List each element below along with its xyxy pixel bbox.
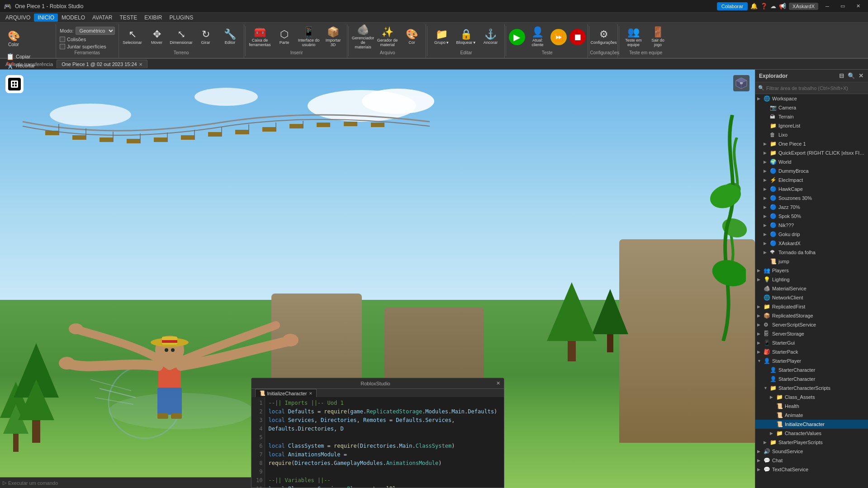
tree-item-chat[interactable]: ▶💬Chat — [755, 456, 868, 465]
cut-button[interactable]: ✂️ Recortar — [4, 62, 38, 70]
broadcast-icon[interactable]: 📢 — [779, 3, 786, 9]
tree-item-initchar[interactable]: 📜InitializeCharacter — [755, 420, 868, 429]
tree-item-replicatedfirst[interactable]: ▶📁ReplicatedFirst — [755, 302, 868, 311]
help-icon[interactable]: ❓ — [760, 3, 768, 9]
tree-arrow-startergui[interactable]: ▶ — [757, 341, 764, 345]
ui-button[interactable]: 📱 Interface do usuário — [297, 24, 321, 50]
tree-arrow-tornadofolha[interactable]: ▶ — [764, 250, 770, 255]
tree-arrow-starterplayer[interactable]: ▼ — [757, 359, 764, 363]
code-content[interactable]: --|| Imports ||-- Uod 1 local Defaults =… — [265, 397, 504, 488]
tree-arrow-chat[interactable]: ▶ — [757, 458, 764, 463]
tree-arrow-souzones30[interactable]: ▶ — [764, 196, 770, 200]
tree-arrow-hawkcape[interactable]: ▶ — [764, 187, 770, 191]
tree-arrow-quickexport[interactable]: ▶ — [764, 151, 770, 155]
leave-game-button[interactable]: 🚪 Sair do jogo — [646, 24, 670, 50]
tree-item-replicatedstorage[interactable]: ▶📦ReplicatedStorage — [755, 311, 868, 320]
notif-icon[interactable]: 🔔 — [750, 3, 758, 9]
play-button[interactable]: ▶ — [509, 29, 525, 45]
explorer-filter[interactable]: 🔍 — [755, 82, 868, 94]
toolbox-button[interactable]: 🧰 Caixa de ferramentas — [248, 24, 272, 50]
explorer-collapse-icon[interactable]: ⊟ — [838, 72, 845, 79]
tree-arrow-onepiece1[interactable]: ▶ — [764, 142, 770, 146]
roblox-logo[interactable] — [5, 75, 24, 93]
tree-item-dummybroca[interactable]: ▶🔵DummyBroca — [755, 166, 868, 175]
menu-avatar[interactable]: AVATAR — [89, 14, 116, 22]
restore-button[interactable]: ▭ — [836, 2, 849, 11]
material-gen-button[interactable]: ✨ Gerador de material — [376, 24, 399, 50]
tree-item-workspace[interactable]: ▶🌐Workspace — [755, 94, 868, 103]
tree-item-serverscriptservice[interactable]: ▶⚙ServerScriptService — [755, 320, 868, 329]
tree-item-lixo[interactable]: 🗑Lixo — [755, 130, 868, 139]
tree-item-animate[interactable]: 📜Animate — [755, 411, 868, 420]
tree-arrow-textchatservice[interactable]: ▶ — [757, 467, 764, 472]
editor-tab[interactable]: 📜 InitializeCharacter ✕ — [255, 389, 317, 397]
tree-item-startercharacter[interactable]: 👤StarterCharacter — [755, 365, 868, 374]
filter-input[interactable] — [766, 85, 865, 91]
collisions-checkbox[interactable] — [60, 37, 65, 42]
tree-arrow-players[interactable]: ▶ — [757, 268, 764, 273]
explorer-close-icon[interactable]: ✕ — [858, 72, 864, 79]
tree-item-jump[interactable]: 📜jump — [755, 257, 868, 266]
stop-button[interactable]: ⏹ — [569, 29, 586, 45]
tree-item-nik[interactable]: ▶🔵Nik??? — [755, 221, 868, 230]
material-manager-button[interactable]: 🪨 Gerenciador de materiais — [351, 24, 375, 50]
settings-button[interactable]: ⚙ Configurações — [592, 24, 616, 50]
tree-arrow-starterplayerscripts[interactable]: ▶ — [764, 440, 770, 445]
tree-item-soundservice[interactable]: ▶🔊SoundService — [755, 447, 868, 456]
tree-arrow-spok50[interactable]: ▶ — [764, 214, 770, 218]
editor-body[interactable]: 12345 678910 1112131415 --|| Imports ||-… — [251, 397, 504, 488]
tree-item-players[interactable]: ▶👥Players — [755, 266, 868, 275]
tree-arrow-xaskardx[interactable]: ▶ — [764, 241, 770, 246]
tree-item-tornadofolha[interactable]: ▶🌪Tornado da folha — [755, 248, 868, 257]
resume-button[interactable]: ⏩ — [550, 29, 567, 45]
tree-item-camera[interactable]: 📷Camera — [755, 103, 868, 112]
menu-modelo[interactable]: MODELO — [58, 14, 89, 22]
cloud-icon[interactable]: ☁ — [770, 3, 776, 9]
scale-button[interactable]: ⤡ Dimensionar — [170, 24, 193, 50]
tree-item-starterpack[interactable]: ▶🎒StarterPack — [755, 347, 868, 356]
orientation-cube[interactable]: 3D — [733, 75, 749, 91]
explorer-search-icon[interactable]: 🔍 — [847, 72, 856, 79]
tree-arrow-world[interactable]: ▶ — [764, 160, 770, 164]
joinsurf-checkbox[interactable] — [60, 44, 65, 49]
tree-item-serverstorage[interactable]: ▶🗄ServerStorage — [755, 329, 868, 338]
tree-arrow-elecimpact[interactable]: ▶ — [764, 178, 770, 182]
rotate-button[interactable]: ↻ Girar — [194, 24, 218, 50]
tree-item-world[interactable]: ▶🌍World — [755, 157, 868, 166]
menu-exibir[interactable]: EXIBIR — [141, 14, 166, 22]
menu-inicio[interactable]: INICIO — [34, 14, 58, 22]
tree-item-starterplayer[interactable]: ▼👤StarterPlayer — [755, 356, 868, 365]
viewport[interactable]: 3D RobloxStudio ✕ 📜 InitializeCharacter … — [0, 70, 755, 488]
tree-arrow-starterpack[interactable]: ▶ — [757, 350, 764, 354]
import3d-button[interactable]: 📦 Importar 3D — [322, 24, 345, 50]
tree-item-onepiece1[interactable]: ▶📁One Piece 1 — [755, 139, 868, 148]
tree-arrow-workspace[interactable]: ▶ — [757, 96, 764, 101]
file-tab[interactable]: One Piece 1 @ 02 out 2023 15:24 ✕ — [57, 60, 147, 68]
user-chip[interactable]: XAskardX — [789, 3, 818, 10]
minimize-button[interactable]: ─ — [821, 2, 834, 11]
select-button[interactable]: ↖ Selecionar — [121, 24, 144, 50]
menu-teste[interactable]: TESTE — [116, 14, 141, 22]
tree-item-quickexport[interactable]: ▶📁QuickExport (RIGHT CLICK |xlsxx FILES,… — [755, 148, 868, 157]
tree-item-souzones30[interactable]: ▶🔵Souzones 30% — [755, 194, 868, 203]
close-tab-icon[interactable]: ✕ — [139, 62, 142, 67]
tree-item-terrain[interactable]: 🏔Terrain — [755, 112, 868, 121]
tree-arrow-nik[interactable]: ▶ — [764, 223, 770, 227]
tree-arrow-replicatedstorage[interactable]: ▶ — [757, 313, 764, 318]
tree-item-charvalues[interactable]: ▶📁CharacterValues — [755, 429, 868, 438]
playclient-button[interactable]: 👤 Atual: cliente — [528, 24, 548, 50]
tree-item-gokudrip[interactable]: ▶🔵Goku drip — [755, 230, 868, 239]
editor-tool-button[interactable]: 🔧 Editor — [218, 24, 242, 50]
tree-item-ignorelist[interactable]: 📁IgnoreList — [755, 121, 868, 130]
move-button[interactable]: ✥ Mover — [145, 24, 169, 50]
tree-item-lighting[interactable]: ▶💡Lighting — [755, 275, 868, 284]
tree-item-startergui[interactable]: ▶📱StarterGui — [755, 338, 868, 347]
tree-item-textchatservice[interactable]: ▶💬TextChatService — [755, 465, 868, 474]
color-button[interactable]: 🎨 Color — [4, 26, 24, 52]
close-editor-icon[interactable]: ✕ — [496, 380, 500, 386]
group-button[interactable]: 📁 Grupo▼ — [430, 24, 454, 50]
tree-arrow-jazz70[interactable]: ▶ — [764, 205, 770, 209]
tree-item-health[interactable]: 📜Health — [755, 402, 868, 411]
tree-item-materialservice[interactable]: 🪨MaterialService — [755, 284, 868, 293]
tree-arrow-class_assets[interactable]: ▶ — [770, 395, 776, 399]
